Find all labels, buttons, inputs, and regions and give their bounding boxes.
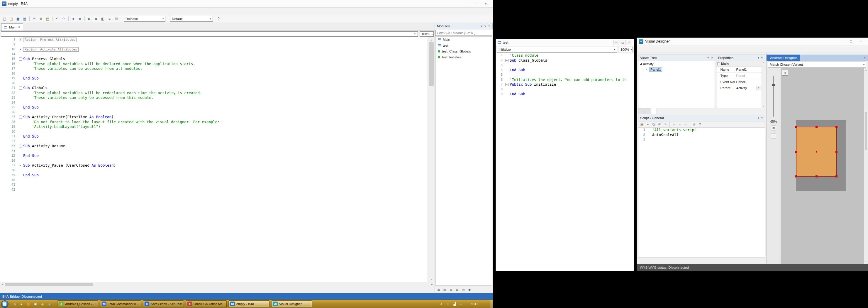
toolbar-icon[interactable] [85, 17, 85, 21]
chevron-down-icon[interactable]: ▾ [864, 57, 865, 59]
visibility-checkbox[interactable]: ✓ [645, 68, 648, 71]
scroll-right-icon[interactable]: ▶ [430, 283, 435, 286]
grid-view-icon[interactable]: ⊞ [436, 287, 442, 293]
script-toolbar-icon[interactable] [670, 122, 670, 127]
zoom-combo[interactable]: 100% ▾ [619, 47, 633, 52]
scroll-down-icon[interactable]: ▼ [428, 277, 435, 282]
horizontal-scrollbar[interactable]: ◀ ▶ [0, 282, 435, 287]
test-code-editor[interactable]: 1'Class module2−Sub Class_Globals34End S… [496, 53, 634, 271]
Event Nam[interactable]: Event Nam Panel1 ▾ [716, 79, 762, 85]
open-icon[interactable]: ◳ [8, 16, 15, 22]
fold-marker[interactable]: − [505, 59, 508, 62]
collapse-all-icon[interactable]: ⊟ [454, 287, 460, 293]
volume-icon[interactable]: ♪ [458, 302, 464, 306]
redo-icon[interactable]: ↷ [60, 16, 67, 22]
list-view-icon[interactable]: ≡ [448, 287, 454, 293]
designer-icon[interactable]: ◧ [99, 16, 106, 22]
tab-abstract-designer[interactable]: Abstract Designer [767, 55, 800, 61]
stop-icon[interactable]: ● [76, 16, 83, 22]
find-sub-module-input[interactable] [435, 30, 492, 36]
resize-handle[interactable] [795, 176, 797, 178]
build-configuration-combo[interactable]: Release ▾ [124, 16, 165, 22]
scroll-up-icon[interactable]: ▲ [428, 37, 435, 42]
script-toolbar-icon[interactable] [690, 122, 690, 127]
task-android-question[interactable]: A Android Question - ... [57, 300, 98, 307]
device-icon[interactable]: ▯ [771, 133, 776, 138]
settings-icon[interactable]: ◆ [467, 287, 472, 293]
connect-device-icon[interactable]: ● [70, 16, 76, 22]
abstract-canvas[interactable]: « [781, 68, 864, 264]
quick-launch-icon-4[interactable]: ▣ [32, 300, 39, 307]
paste-icon[interactable]: ▤ [639, 121, 645, 127]
fold-marker[interactable]: − [19, 116, 22, 119]
minimize-button[interactable]: — [461, 1, 471, 7]
scrollbar-thumb[interactable] [5, 283, 93, 286]
fold-marker[interactable]: + [19, 38, 22, 41]
fold-marker[interactable]: − [19, 87, 22, 90]
title-bar[interactable]: A Visual Designer — ▢ ✕ [637, 38, 868, 45]
tab-main[interactable]: Main ✕ [1, 24, 23, 31]
zoom-slider-thumb[interactable] [772, 84, 775, 86]
fold-marker[interactable]: − [505, 83, 508, 86]
collapse-panel-button[interactable]: « [782, 70, 788, 76]
properties-scrollbar[interactable]: ▲ ▼ [762, 61, 765, 107]
quick-launch-icon-5[interactable]: ◆ [39, 300, 46, 307]
module-test[interactable]: test [436, 42, 492, 49]
minimize-button[interactable]: — [836, 38, 846, 44]
module-main[interactable]: Main [436, 37, 492, 42]
redo-icon[interactable]: ↷ [662, 121, 668, 127]
pin-icon[interactable]: ⚲ [761, 117, 763, 119]
filter-icon[interactable]: ◎ [460, 287, 466, 293]
vertical-scrollbar[interactable]: ▲ ▼ [428, 37, 435, 282]
help-icon[interactable]: ? [215, 16, 222, 22]
expander-icon[interactable]: ◢ [640, 62, 642, 65]
logs-panel-icon[interactable]: ≡ [106, 16, 113, 22]
chevron-down-icon[interactable]: ▾ [758, 56, 759, 59]
tab-files[interactable] [638, 109, 644, 114]
undo-icon[interactable]: ↶ [657, 121, 662, 127]
modules-panel-header[interactable]: Modules ▾ ⚲ ✕ [435, 23, 493, 29]
chevron-down-icon[interactable]: ▾ [707, 56, 709, 59]
zoom-slider[interactable] [773, 76, 774, 117]
task-visual-designer[interactable]: VD Visual Designer [271, 300, 312, 307]
resize-handle[interactable] [815, 126, 817, 128]
quick-launch-icon-1[interactable]: ◳ [11, 300, 18, 307]
filter-combo[interactable]: Default ▾ [170, 16, 213, 22]
show-desktop-button[interactable] [490, 300, 493, 308]
chevron-down-icon[interactable]: ▾ [756, 86, 761, 90]
Parent[interactable]: Parent Activity ▾ [716, 85, 762, 91]
maximize-button[interactable]: ▢ [620, 40, 625, 45]
views-tree-header[interactable]: Views Tree ▾ ⚲ [638, 55, 715, 61]
scrollbar-thumb[interactable] [429, 42, 434, 86]
fold-marker[interactable]: − [19, 58, 22, 61]
tab-views-tree[interactable] [651, 108, 657, 114]
property-group-main[interactable]: − Main [716, 61, 762, 67]
zoom-combo[interactable]: 100% ▾ [420, 31, 434, 37]
network-icon[interactable]: ▟ [452, 302, 458, 306]
script-editor[interactable]: 1'All variants script2AutoScaleAll3 [638, 128, 765, 258]
resize-handle[interactable] [835, 126, 837, 128]
resize-handle[interactable] [815, 176, 817, 178]
resize-handle[interactable] [835, 176, 837, 178]
title-bar[interactable]: test — ▢ ✕ [496, 39, 634, 46]
collapse-icon[interactable]: − [717, 62, 720, 65]
task-keepass[interactable]: K Sorex.kdbx - KeePass [143, 300, 184, 307]
maximize-button[interactable]: ▢ [846, 38, 856, 44]
properties-header[interactable]: Properties ▾ ⚲ [716, 55, 765, 61]
action-center-icon[interactable]: ⚐ [444, 302, 452, 306]
save-all-icon[interactable]: ▦ [22, 16, 28, 22]
script-general-header[interactable]: Script - General ▾ ⚲ [638, 115, 765, 121]
maximize-button[interactable]: ▢ [471, 1, 481, 7]
module-test-initialize[interactable]: test: Initialize [436, 54, 492, 60]
task-empty-b4a[interactable]: B4 empty - B4A [228, 300, 270, 307]
scrollbar-thumb[interactable] [865, 112, 867, 150]
sub-navigation-combo[interactable]: Initialize ▼ [497, 47, 617, 53]
compile-icon[interactable]: ◆ [93, 16, 99, 22]
toolbar-icon[interactable] [68, 17, 69, 21]
pin-icon[interactable]: ⚲ [711, 56, 713, 59]
main-code-editor[interactable]: 1+Region Project Attributes910+Region Ac… [0, 37, 428, 282]
close-button[interactable]: ✕ [481, 1, 491, 7]
minimize-button[interactable]: — [613, 40, 619, 45]
chevron-down-icon[interactable]: ▾ [481, 25, 483, 28]
close-icon[interactable]: ✕ [488, 25, 491, 28]
